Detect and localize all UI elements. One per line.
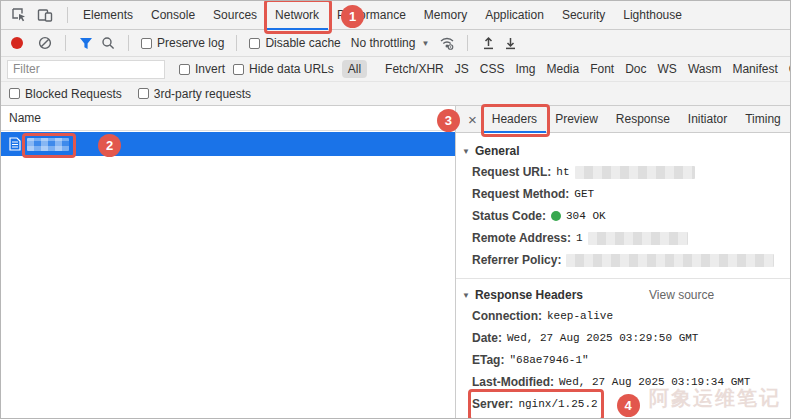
header-key: Connection: <box>472 305 542 327</box>
throttling-select[interactable]: No throttling ▼ <box>351 36 430 50</box>
general-section-header[interactable]: ▼General <box>456 141 790 161</box>
detail-tab-initiator[interactable]: Initiator <box>679 106 736 133</box>
filter-type-media[interactable]: Media <box>546 60 579 78</box>
preserve-log-label: Preserve log <box>157 36 224 50</box>
tabbar-separator <box>67 7 68 23</box>
header-value: 304 OK <box>566 205 606 227</box>
request-details-pane: × Headers Preview Response Initiator Tim… <box>456 106 790 419</box>
header-value: nginx/1.25.2 <box>518 393 597 415</box>
filter-type-wasm[interactable]: Wasm <box>688 60 722 78</box>
detail-tab-timing[interactable]: Timing <box>736 106 790 133</box>
tab-lighthouse[interactable]: Lighthouse <box>614 1 691 30</box>
throttling-value: No throttling <box>351 36 416 50</box>
header-row-etag: ETag: "68ae7946-1" <box>456 349 790 371</box>
record-icon[interactable] <box>11 37 23 49</box>
header-key: Referrer Policy: <box>472 249 561 271</box>
header-value: Wed, 27 Aug 2025 03:29:50 GMT <box>507 327 698 349</box>
headers-content: ▼General Request URL: ht Request Method:… <box>456 133 790 419</box>
checkbox-icon[interactable] <box>179 64 190 75</box>
name-column-header[interactable]: Name <box>1 106 455 131</box>
header-value: "68ae7946-1" <box>509 349 588 371</box>
header-row-server: Server: nginx/1.25.2 <box>456 393 790 415</box>
header-key: Server: <box>472 393 513 415</box>
tab-elements[interactable]: Elements <box>74 1 142 30</box>
header-key: Status Code: <box>472 205 546 227</box>
tab-memory[interactable]: Memory <box>415 1 476 30</box>
header-value: Wed, 27 Aug 2025 03:19:34 GMT <box>559 371 750 393</box>
document-icon <box>9 137 21 151</box>
header-row-request-method: Request Method: GET <box>456 183 790 205</box>
detail-tab-preview[interactable]: Preview <box>546 106 607 133</box>
filter-type-manifest[interactable]: Manifest <box>732 60 777 78</box>
checkbox-icon[interactable] <box>9 88 20 99</box>
close-icon[interactable]: × <box>462 112 483 127</box>
redacted-value <box>575 166 695 179</box>
checkbox-icon[interactable] <box>249 38 260 49</box>
third-party-requests-checkbox[interactable]: 3rd-party requests <box>138 87 251 101</box>
redacted-value <box>588 232 688 245</box>
section-divider <box>456 278 790 279</box>
response-headers-section-header[interactable]: ▼Response Headers View source <box>456 285 790 305</box>
filter-type-fetch-xhr[interactable]: Fetch/XHR <box>385 60 444 78</box>
status-green-dot-icon <box>551 211 561 221</box>
header-row-date: Date: Wed, 27 Aug 2025 03:29:50 GMT <box>456 327 790 349</box>
filter-type-css[interactable]: CSS <box>480 60 505 78</box>
tab-sources[interactable]: Sources <box>204 1 266 30</box>
filter-type-all[interactable]: All <box>342 60 367 78</box>
checkbox-icon[interactable] <box>138 88 149 99</box>
tab-security[interactable]: Security <box>553 1 614 30</box>
server-header-line: Server: nginx/1.25.2 <box>472 393 598 415</box>
network-filter-row2: Blocked Requests 3rd-party requests <box>1 82 790 106</box>
header-row-last-modified: Last-Modified: Wed, 27 Aug 2025 03:19:34… <box>456 371 790 393</box>
toolbar-separator <box>467 35 468 51</box>
header-value: keep-alive <box>547 305 613 327</box>
filter-type-doc[interactable]: Doc <box>625 60 646 78</box>
inspect-element-icon[interactable] <box>9 5 29 25</box>
chevron-down-icon: ▼ <box>421 39 429 48</box>
checkbox-icon[interactable] <box>233 64 244 75</box>
tab-performance[interactable]: Performance <box>328 1 415 30</box>
filter-funnel-icon[interactable] <box>78 35 94 51</box>
network-filter-bar: Invert Hide data URLs All Fetch/XHR JS C… <box>1 57 790 82</box>
request-row[interactable] <box>1 132 455 156</box>
filter-type-js[interactable]: JS <box>455 60 469 78</box>
network-conditions-icon[interactable] <box>439 35 455 51</box>
device-toolbar-icon[interactable] <box>35 5 55 25</box>
view-source-link[interactable]: View source <box>649 285 714 305</box>
disable-cache-checkbox[interactable]: Disable cache <box>249 36 340 50</box>
preserve-log-checkbox[interactable]: Preserve log <box>141 36 224 50</box>
blocked-requests-label: Blocked Requests <box>25 87 122 101</box>
header-key: Request URL: <box>472 161 551 183</box>
toolbar-separator <box>128 35 129 51</box>
filter-input[interactable] <box>7 60 165 79</box>
checkbox-icon[interactable] <box>141 38 152 49</box>
header-key: Remote Address: <box>472 227 571 249</box>
toolbar-separator <box>236 35 237 51</box>
disable-cache-label: Disable cache <box>265 36 340 50</box>
blocked-requests-checkbox[interactable]: Blocked Requests <box>9 87 122 101</box>
header-row-status-code: Status Code: 304 OK <box>456 205 790 227</box>
tab-console[interactable]: Console <box>142 1 204 30</box>
import-har-icon[interactable] <box>480 35 496 51</box>
invert-checkbox[interactable]: Invert <box>179 62 225 76</box>
filter-type-font[interactable]: Font <box>590 60 614 78</box>
detail-tab-response[interactable]: Response <box>607 106 679 133</box>
redacted-value <box>566 254 774 267</box>
devtools-window: Elements Console Sources Network Perform… <box>0 0 791 419</box>
header-row-remote-address: Remote Address: 1 <box>456 227 790 249</box>
hide-data-urls-checkbox[interactable]: Hide data URLs <box>233 62 334 76</box>
network-main-area: Name × Headers Preview Response Initiato… <box>1 106 790 419</box>
header-row-connection: Connection: keep-alive <box>456 305 790 327</box>
detail-tab-headers[interactable]: Headers <box>483 106 546 133</box>
tab-application[interactable]: Application <box>476 1 553 30</box>
tab-network[interactable]: Network <box>266 1 328 30</box>
toolbar-separator <box>65 35 66 51</box>
clear-icon[interactable] <box>37 35 53 51</box>
hide-data-urls-label: Hide data URLs <box>249 62 334 76</box>
search-icon[interactable] <box>100 35 116 51</box>
third-party-requests-label: 3rd-party requests <box>154 87 251 101</box>
triangle-down-icon: ▼ <box>462 142 470 162</box>
export-har-icon[interactable] <box>502 35 518 51</box>
filter-type-ws[interactable]: WS <box>658 60 677 78</box>
filter-type-img[interactable]: Img <box>515 60 535 78</box>
